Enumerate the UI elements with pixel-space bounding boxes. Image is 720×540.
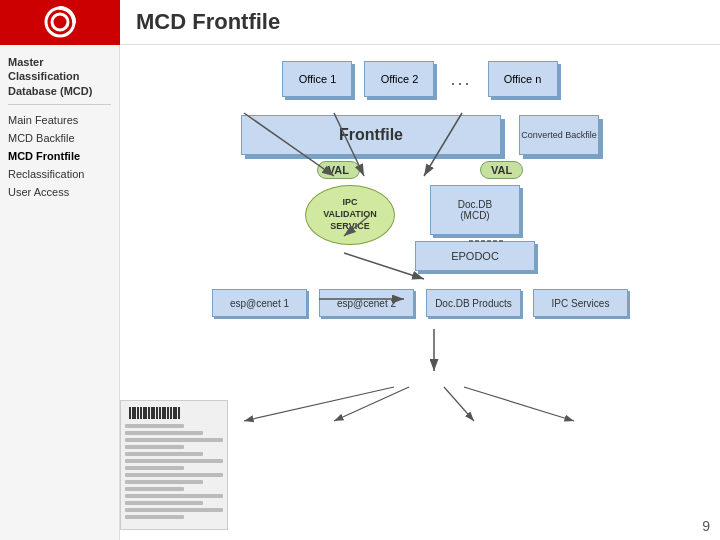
main-content: Office 1 Office 2 ... Office n Frontfile… bbox=[120, 45, 720, 540]
page-number: 9 bbox=[702, 518, 710, 534]
office-row: Office 1 Office 2 ... Office n bbox=[134, 61, 706, 97]
sidebar-item-mcd-backfile[interactable]: MCD Backfile bbox=[8, 129, 111, 147]
header: MCD Frontfile bbox=[0, 0, 720, 45]
epodoc-box: EPODOC bbox=[415, 241, 535, 271]
bottom-box-ipc-services: IPC Services bbox=[533, 289, 628, 317]
bottom-box-espcenet2: esp@cenet 2 bbox=[319, 289, 414, 317]
sidebar-item-user-access[interactable]: User Access bbox=[8, 183, 111, 201]
val-badge-left: VAL bbox=[317, 161, 360, 179]
val-badge-right: VAL bbox=[480, 161, 523, 179]
docdb-box: Doc.DB(MCD) bbox=[430, 185, 520, 235]
frontfile-box: Frontfile bbox=[241, 115, 501, 155]
lower-section: IPC VALIDATION SERVICE Doc.DB(MCD) EPODO… bbox=[134, 185, 706, 279]
bottom-box-espcenet1: esp@cenet 1 bbox=[212, 289, 307, 317]
page-title: MCD Frontfile bbox=[120, 9, 280, 35]
sidebar-item-mcd-frontfile[interactable]: MCD Frontfile bbox=[8, 147, 111, 165]
logo-icon bbox=[42, 4, 78, 40]
office-box-1: Office 1 bbox=[282, 61, 352, 97]
sidebar-section-title: Master Classification Database (MCD) bbox=[8, 55, 111, 98]
svg-point-1 bbox=[52, 14, 68, 30]
office-box-n: Office n bbox=[488, 61, 558, 97]
svg-line-14 bbox=[464, 387, 574, 421]
main-layout: Master Classification Database (MCD) Mai… bbox=[0, 45, 720, 540]
bottom-boxes-row: esp@cenet 1 esp@cenet 2 Doc.DB Products … bbox=[134, 289, 706, 317]
dots-separator: ... bbox=[446, 69, 475, 90]
val-row: VAL VAL bbox=[134, 161, 706, 179]
sidebar-divider bbox=[8, 104, 111, 105]
frontfile-section: Frontfile Converted Backfile bbox=[134, 115, 706, 155]
sidebar: Master Classification Database (MCD) Mai… bbox=[0, 45, 120, 540]
svg-line-13 bbox=[444, 387, 474, 421]
svg-line-11 bbox=[244, 387, 394, 421]
office-box-2: Office 2 bbox=[364, 61, 434, 97]
converted-backfile-box: Converted Backfile bbox=[519, 115, 599, 155]
sidebar-item-reclassification[interactable]: Reclassification bbox=[8, 165, 111, 183]
svg-line-12 bbox=[334, 387, 409, 421]
logo-area bbox=[0, 0, 120, 45]
bottom-box-docdb-products: Doc.DB Products bbox=[426, 289, 521, 317]
document-thumbnail bbox=[120, 400, 228, 530]
sidebar-item-main-features[interactable]: Main Features bbox=[8, 111, 111, 129]
ipc-service-oval: IPC VALIDATION SERVICE bbox=[305, 185, 395, 245]
